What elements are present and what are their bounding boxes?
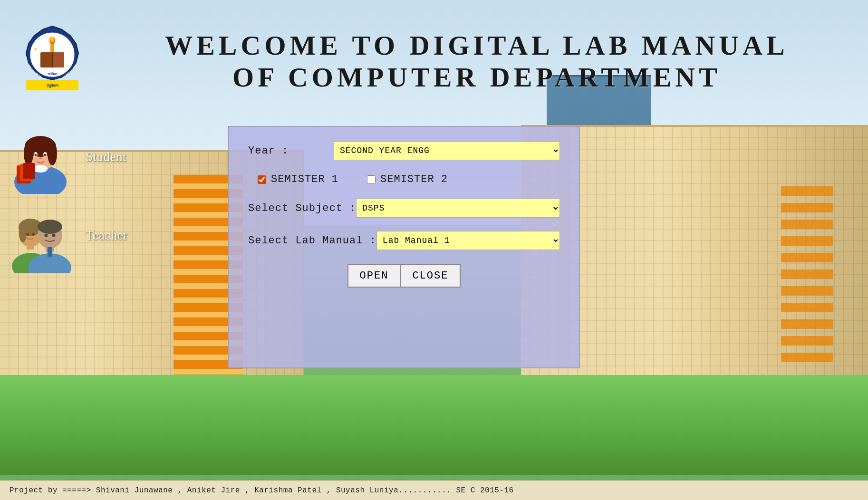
subject-row: Select Subject : DSPS OS DBMS CN [248, 199, 560, 218]
student-section[interactable]: Student [0, 119, 233, 195]
svg-rect-27 [23, 163, 35, 179]
svg-rect-41 [48, 247, 52, 257]
lawn [0, 375, 868, 475]
semester2-option[interactable]: SEMISTER 2 [367, 173, 448, 185]
svg-text:सा विद्या: सा विद्या [47, 72, 58, 76]
title-line1: WELCOME TO DIGITAL LAB MANUAL [100, 30, 854, 62]
svg-rect-2 [40, 52, 52, 67]
student-label: Student [86, 149, 126, 164]
college-logo: सा विद्या एजुकेशन [14, 24, 90, 100]
svg-point-21 [35, 154, 37, 156]
semester2-checkbox[interactable] [367, 175, 376, 184]
semester1-label: SEMISTER 1 [271, 173, 338, 185]
semester1-option[interactable]: SEMISTER 1 [258, 173, 338, 185]
svg-point-7 [50, 37, 54, 42]
header-title: WELCOME TO DIGITAL LAB MANUAL OF COMPUTE… [100, 30, 854, 93]
title-line2: OF COMPUTER DEPARTMENT [100, 62, 854, 94]
footer: Project by =====> Shivani Junawane , Ani… [0, 480, 868, 500]
svg-point-38 [38, 220, 62, 234]
footer-text: Project by =====> Shivani Junawane , Ani… [10, 486, 514, 495]
student-avatar-icon [0, 120, 81, 194]
svg-point-17 [24, 142, 33, 165]
open-button[interactable]: OPEN [347, 264, 401, 288]
teacher-section[interactable]: Teacher [0, 195, 233, 276]
year-select[interactable]: SECOND YEAR ENGG THIRD YEAR ENGG FOURTH … [334, 141, 560, 160]
semester2-label: SEMISTER 2 [380, 173, 448, 185]
teacher-label: Teacher [86, 228, 127, 243]
labmanual-select[interactable]: Lab Manual 1 Lab Manual 2 Lab Manual 3 [376, 231, 560, 250]
svg-point-23 [39, 157, 42, 159]
svg-point-34 [32, 233, 35, 236]
svg-rect-3 [52, 52, 64, 67]
labmanual-row: Select Lab Manual : Lab Manual 1 Lab Man… [248, 231, 560, 250]
year-label: Year : [248, 145, 334, 157]
close-button[interactable]: CLOSE [400, 264, 461, 288]
semester-row: SEMISTER 1 SEMISTER 2 [248, 173, 560, 185]
button-row: OPEN CLOSE [248, 264, 560, 288]
dialog-panel: Year : SECOND YEAR ENGG THIRD YEAR ENGG … [228, 126, 580, 368]
svg-point-24 [33, 165, 48, 173]
labmanual-label: Select Lab Manual : [248, 235, 376, 247]
svg-point-22 [44, 154, 47, 156]
subject-label: Select Subject : [248, 202, 356, 214]
header: सा विद्या एजुकेशन WELCOME TO DIGITAL LAB… [0, 0, 868, 124]
svg-point-18 [48, 142, 57, 165]
year-row: Year : SECOND YEAR ENGG THIRD YEAR ENGG … [248, 141, 560, 160]
teacher-avatar-icon [0, 197, 81, 273]
semester1-checkbox[interactable] [258, 175, 266, 184]
svg-point-39 [45, 234, 48, 237]
subject-select[interactable]: DSPS OS DBMS CN [356, 199, 560, 218]
svg-point-32 [19, 223, 27, 242]
svg-point-33 [26, 233, 29, 236]
svg-point-40 [52, 234, 56, 237]
svg-text:एजुकेशन: एजुकेशन [46, 83, 58, 88]
